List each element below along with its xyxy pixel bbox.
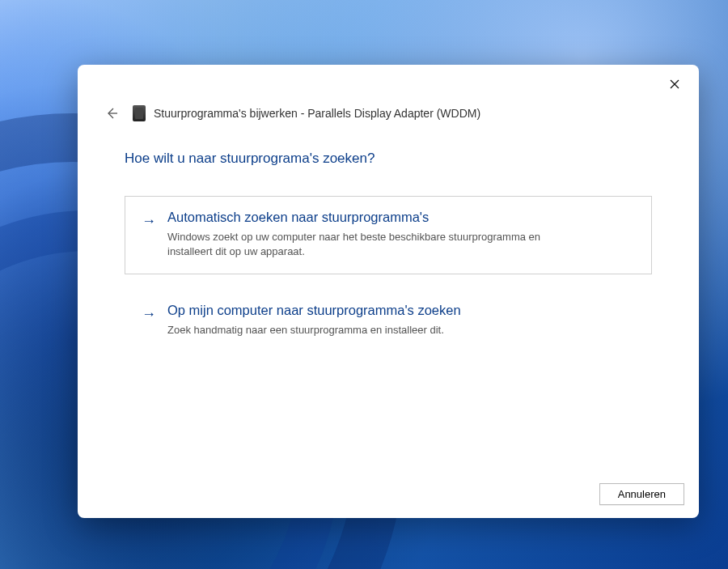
- close-button[interactable]: [660, 71, 689, 97]
- wizard-title: Stuurprogramma's bijwerken - Parallels D…: [154, 107, 480, 120]
- dialog-content: Hoe wilt u naar stuurprograma's zoeken? …: [78, 121, 699, 473]
- arrow-right-icon: →: [142, 211, 156, 231]
- back-button[interactable]: [104, 105, 120, 121]
- dialog-header: Stuurprogramma's bijwerken - Parallels D…: [78, 65, 699, 121]
- dialog-footer: Annuleren: [78, 473, 699, 518]
- update-driver-dialog: Stuurprogramma's bijwerken - Parallels D…: [78, 65, 699, 518]
- option-description: Zoek handmatig naar een stuurprogramma e…: [167, 323, 588, 338]
- option-description: Windows zoekt op uw computer naar het be…: [167, 230, 588, 259]
- option-browse-computer[interactable]: → Op mijn computer naar stuurprogramma's…: [125, 289, 652, 353]
- wizard-question: Hoe wilt u naar stuurprograma's zoeken?: [125, 151, 652, 167]
- option-title: Op mijn computer naar stuurprogramma's z…: [167, 303, 635, 318]
- close-icon: [670, 79, 679, 89]
- device-icon: [133, 105, 146, 121]
- cancel-button[interactable]: Annuleren: [599, 483, 684, 505]
- arrow-right-icon: →: [142, 304, 156, 325]
- option-title: Automatisch zoeken naar stuurprogramma's: [167, 210, 635, 225]
- option-auto-search[interactable]: → Automatisch zoeken naar stuurprogramma…: [125, 196, 652, 274]
- back-arrow-icon: [105, 107, 118, 120]
